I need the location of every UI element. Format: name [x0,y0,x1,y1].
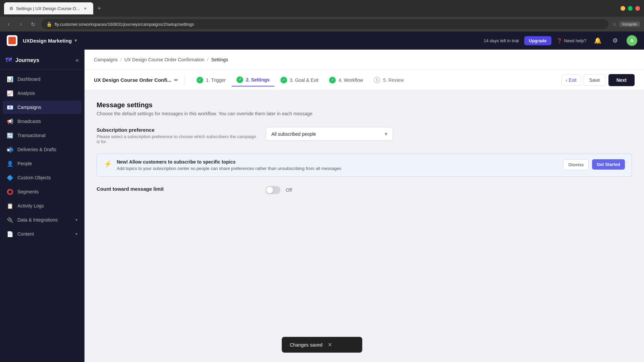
step-label: 1. Trigger [206,77,226,83]
toggle-state-label: Off [286,187,292,193]
close-window-button[interactable] [635,6,640,11]
user-avatar[interactable]: A [627,35,637,46]
sidebar-item-broadcasts[interactable]: 📢 Broadcasts [3,115,82,128]
sidebar-item-label: Broadcasts [17,119,41,124]
need-help-button[interactable]: ❓ Need help? [557,38,587,43]
step-num-icon: 5 [374,77,380,83]
message-limit-label: Count toward message limit [97,186,258,192]
banner-icon: ⚡ [104,160,112,168]
toggle-row: Off [266,186,632,194]
expand-icon: ▾ [75,232,77,236]
message-limit-toggle[interactable] [266,186,280,194]
broadcasts-icon: 📢 [7,118,13,125]
sidebar-item-content[interactable]: 📄 Content ▾ [3,227,82,241]
steps-container: ✓ 1. Trigger ✓ 2. Settings ✓ 3. Goal & E… [192,74,559,86]
step-check-icon: ✓ [197,77,203,83]
exit-button[interactable]: ‹ Exit [561,74,581,86]
sidebar-item-label: Transactional [17,133,46,138]
sidebar-item-label: Segments [17,189,39,194]
toast-close-button[interactable]: ✕ [328,342,332,348]
step-trigger[interactable]: ✓ 1. Trigger [192,74,230,86]
transactional-icon: 🔄 [7,132,13,139]
sidebar-item-analysis[interactable]: 📈 Analysis [3,86,82,100]
step-review[interactable]: 5 5. Review [369,74,408,86]
sidebar-item-deliveries[interactable]: 📬 Deliveries & Drafts [3,143,82,156]
sidebar-collapse-button[interactable]: « [75,57,79,64]
notifications-button[interactable]: 🔔 [592,35,604,47]
sidebar-item-dashboard[interactable]: 📊 Dashboard [3,72,82,86]
save-button[interactable]: Save [584,74,606,86]
step-check-icon: ✓ [329,77,336,83]
campaign-name: UX Design Course Order Confi... ✏ [94,77,178,83]
app-logo [7,35,17,46]
expand-icon: ▾ [75,218,77,222]
active-tab[interactable]: ⚙ Settings | UX Design Course O... ✕ [4,2,93,14]
people-icon: 👤 [7,160,13,167]
sidebar-item-activity-logs[interactable]: 📋 Activity Logs [3,199,82,213]
message-limit-row: Count toward message limit Off [97,186,632,194]
forward-button[interactable]: › [16,19,25,29]
dropdown-arrow-icon: ▾ [385,131,387,137]
toast-message: Changes saved [290,342,322,348]
workspace-name[interactable]: UXDesign Marketing ▼ [23,38,78,44]
sidebar-item-label: Dashboard [17,76,41,82]
step-workflow[interactable]: ✓ 4. Workflow [324,74,368,86]
back-button[interactable]: ‹ [4,19,13,29]
step-settings[interactable]: ✓ 2. Settings [232,74,274,86]
sidebar-title: Journeys [15,57,75,63]
sidebar-item-campaigns[interactable]: 📧 Campaigns [3,101,82,114]
upgrade-button[interactable]: Upgrade [524,36,551,45]
maximize-button[interactable] [628,6,633,11]
subscription-dropdown[interactable]: All subscribed people ▾ [266,127,393,141]
window-controls [621,6,640,11]
step-actions: ‹ Exit Save Next [561,74,635,86]
sidebar-nav: 📊 Dashboard 📈 Analysis 📧 Campaigns 📢 Bro… [0,72,84,241]
step-label: 5. Review [383,77,404,83]
bookmark-icon[interactable]: ☆ [612,21,617,27]
next-button[interactable]: Next [608,74,635,86]
refresh-button[interactable]: ↻ [28,19,38,29]
dismiss-button[interactable]: Dismiss [563,159,589,170]
step-nav: UX Design Course Order Confi... ✏ ✓ 1. T… [85,70,644,90]
new-tab-button[interactable]: + [95,4,104,13]
sidebar-item-transactional[interactable]: 🔄 Transactional [3,129,82,142]
incognito-badge: Incognito [620,21,640,27]
subscription-label-col: Subscription preference Please select a … [97,127,258,144]
subscription-topics-banner: ⚡ New! Allow customers to subscribe to s… [97,154,632,177]
sidebar-item-label: Data & Integrations [17,217,58,223]
address-bar[interactable]: 🔒 fly.customer.io/workspaces/160831/jour… [42,19,608,29]
edit-campaign-name-icon[interactable]: ✏ [174,77,178,83]
banner-actions: Dismiss Get Started [563,159,625,170]
sidebar-item-data-integrations[interactable]: 🔌 Data & Integrations ▾ [3,213,82,227]
sidebar-item-label: Analysis [17,90,35,96]
settings-button[interactable]: ⚙ [609,35,621,47]
page-content: Message settings Choose the default sett… [85,90,644,362]
page-description: Choose the default settings for messages… [97,111,632,116]
tab-close-button[interactable]: ✕ [83,6,88,11]
message-limit-control: Off [266,186,632,194]
sidebar-item-segments[interactable]: ⭕ Segments [3,185,82,198]
banner-title: New! Allow customers to subscribe to spe… [117,159,558,165]
step-label: 3. Goal & Exit [290,77,319,83]
step-goal-exit[interactable]: ✓ 3. Goal & Exit [276,74,323,86]
workspace-caret-icon: ▼ [74,38,78,43]
get-started-button[interactable]: Get Started [592,159,625,170]
breadcrumb-campaigns[interactable]: Campaigns [94,57,118,62]
breadcrumb-campaign-name[interactable]: UX Design Course Order Confirmation [124,57,205,62]
breadcrumb-sep-2: / [207,57,209,62]
browser-tabs: ⚙ Settings | UX Design Course O... ✕ + [4,2,618,14]
minimize-button[interactable] [621,6,625,11]
sidebar-header: 🗺 Journeys « [0,54,84,70]
browser-chrome: ⚙ Settings | UX Design Course O... ✕ + [0,0,644,17]
app-header: UXDesign Marketing ▼ 14 days left in tri… [0,32,644,50]
sidebar-item-label: Content [17,231,34,237]
message-limit-label-col: Count toward message limit [97,186,258,193]
breadcrumb: Campaigns / UX Design Course Order Confi… [94,57,228,62]
custom-objects-icon: 🔷 [7,174,13,181]
banner-description: Add topics to your subscription center s… [117,166,558,171]
sidebar-item-custom-objects[interactable]: 🔷 Custom Objects [3,171,82,184]
sidebar-item-people[interactable]: 👤 People [3,157,82,170]
dropdown-value: All subscribed people [271,131,316,137]
sidebar-item-label: People [17,161,32,166]
campaigns-icon: 📧 [7,104,13,111]
